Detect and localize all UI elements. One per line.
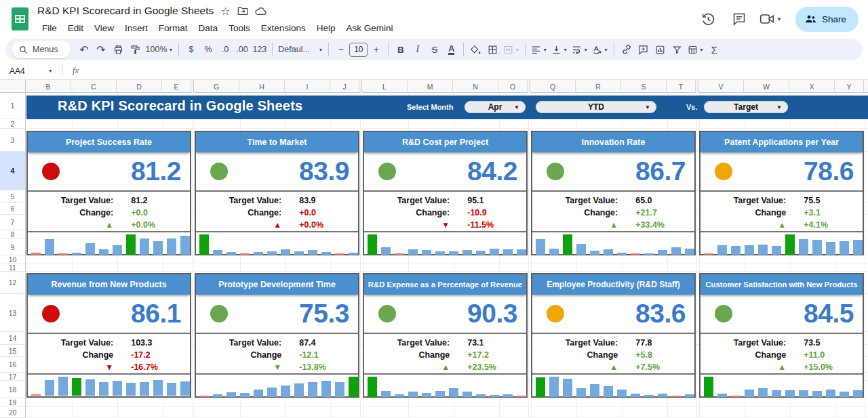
- horizontal-align-button[interactable]: ▼: [529, 41, 549, 58]
- table-views-button[interactable]: ▼: [686, 41, 706, 58]
- column-header-Q[interactable]: Q: [530, 80, 576, 93]
- document-title[interactable]: R&D KPI Scorecard in Google Sheets: [37, 5, 214, 17]
- column-header-W[interactable]: W: [744, 80, 789, 93]
- column-header-O[interactable]: O: [498, 80, 528, 93]
- row-header-20[interactable]: 20: [0, 407, 25, 418]
- increase-font-size-button[interactable]: +: [368, 41, 384, 58]
- column-header-Y[interactable]: Y: [835, 80, 864, 93]
- comments-icon[interactable]: [728, 8, 750, 30]
- row-header-19[interactable]: 19: [0, 398, 25, 407]
- menu-insert[interactable]: Insert: [120, 22, 153, 35]
- menu-ask-gemini[interactable]: Ask Gemini: [341, 22, 397, 35]
- menu-data[interactable]: Data: [194, 22, 223, 35]
- row-header-1[interactable]: 1: [0, 93, 25, 119]
- column-header-E[interactable]: E: [162, 80, 191, 93]
- menu-edit[interactable]: Edit: [63, 22, 88, 35]
- decrease-font-size-button[interactable]: −: [332, 41, 349, 58]
- meet-button[interactable]: ▼: [760, 13, 782, 25]
- menu-format[interactable]: Format: [154, 22, 193, 35]
- column-header-R[interactable]: R: [576, 80, 621, 93]
- row-header-12[interactable]: 12: [0, 272, 25, 294]
- move-folder-icon[interactable]: [237, 6, 248, 16]
- month-dropdown[interactable]: Apr▼: [465, 101, 526, 113]
- column-header-G[interactable]: G: [194, 80, 239, 93]
- format-percent-button[interactable]: %: [199, 41, 216, 58]
- column-header-C[interactable]: C: [71, 80, 117, 93]
- sheet-canvas[interactable]: R&D KPI Scorecard in Google Sheets Selec…: [26, 93, 868, 418]
- compare-dropdown[interactable]: Target▼: [704, 101, 788, 113]
- insert-link-button[interactable]: [618, 41, 635, 58]
- insert-comment-button[interactable]: [635, 41, 652, 58]
- version-history-icon[interactable]: [697, 8, 719, 30]
- row-header-18[interactable]: 18: [0, 381, 25, 398]
- print-button[interactable]: [110, 41, 127, 58]
- share-button[interactable]: Share: [795, 7, 859, 32]
- fx-icon[interactable]: fx: [67, 66, 79, 76]
- column-header-S[interactable]: S: [621, 80, 667, 93]
- menu-tools[interactable]: Tools: [224, 22, 255, 35]
- column-header-V[interactable]: V: [698, 80, 744, 93]
- font-select[interactable]: Defaul...▼: [276, 41, 325, 58]
- borders-button[interactable]: [484, 41, 501, 58]
- row-header-6[interactable]: 6: [0, 203, 25, 215]
- menu-extensions[interactable]: Extensions: [256, 22, 311, 35]
- increase-decimals-button[interactable]: .00: [233, 41, 250, 58]
- menu-help[interactable]: Help: [312, 22, 340, 35]
- row-header-4[interactable]: 4: [0, 152, 25, 190]
- row-header-15[interactable]: 15: [0, 345, 25, 357]
- insert-chart-button[interactable]: [652, 41, 669, 58]
- row-header-17[interactable]: 17: [0, 373, 25, 381]
- row-header-9[interactable]: 9: [0, 239, 25, 255]
- cloud-status-icon[interactable]: [255, 7, 267, 16]
- italic-button[interactable]: I: [409, 41, 426, 58]
- row-header-3[interactable]: 3: [0, 129, 25, 152]
- create-filter-button[interactable]: [669, 41, 686, 58]
- vertical-align-button[interactable]: ▼: [549, 41, 570, 58]
- row-header-5[interactable]: 5: [0, 190, 25, 203]
- column-header-M[interactable]: M: [408, 80, 453, 93]
- strikethrough-button[interactable]: S: [426, 41, 443, 58]
- row-header-8[interactable]: 8: [0, 230, 25, 239]
- zoom-select[interactable]: 100%▼: [144, 41, 176, 58]
- more-formats-button[interactable]: 123: [250, 41, 269, 58]
- menus-search-pill[interactable]: Menus: [12, 41, 71, 58]
- row-header-11[interactable]: 11: [0, 264, 25, 272]
- column-header-B[interactable]: B: [26, 80, 71, 93]
- column-header-T[interactable]: T: [667, 80, 696, 93]
- row-header-2[interactable]: 2: [0, 119, 25, 129]
- column-header-I[interactable]: I: [285, 80, 330, 93]
- name-box[interactable]: AA4 ▼: [0, 66, 58, 76]
- row-header-16[interactable]: 16: [0, 357, 25, 373]
- merge-cells-button[interactable]: ▼: [501, 41, 521, 58]
- sheets-logo[interactable]: [11, 7, 29, 31]
- period-dropdown[interactable]: YTD▼: [536, 101, 656, 113]
- font-size-input[interactable]: 10: [349, 43, 368, 57]
- menu-file[interactable]: File: [37, 22, 62, 35]
- column-header-L[interactable]: L: [362, 80, 408, 93]
- undo-button[interactable]: ↶: [76, 41, 93, 58]
- decrease-decimals-button[interactable]: .0: [216, 41, 233, 58]
- paint-format-button[interactable]: [127, 41, 144, 58]
- text-color-button[interactable]: A: [443, 41, 460, 58]
- column-header-N[interactable]: N: [453, 80, 498, 93]
- text-rotation-button[interactable]: ▼: [590, 41, 610, 58]
- row-header-13[interactable]: 13: [0, 294, 25, 332]
- functions-button[interactable]: Σ: [706, 41, 723, 58]
- column-header-X[interactable]: X: [789, 80, 835, 93]
- row-header-7[interactable]: 7: [0, 215, 25, 230]
- format-currency-button[interactable]: $: [182, 41, 199, 58]
- name-box-caret-icon[interactable]: ▼: [48, 68, 53, 73]
- select-all-corner[interactable]: [0, 80, 26, 93]
- column-header-D[interactable]: D: [117, 80, 162, 93]
- bold-button[interactable]: B: [392, 41, 409, 58]
- spreadsheet-grid: BCDEGHIJLMNOQRSTVWXY 1234567891011121314…: [0, 80, 868, 418]
- redo-button[interactable]: ↷: [93, 41, 110, 58]
- text-wrap-button[interactable]: ▼: [570, 41, 590, 58]
- column-header-H[interactable]: H: [239, 80, 285, 93]
- meet-caret-icon[interactable]: ▼: [776, 16, 782, 22]
- fill-color-button[interactable]: [467, 41, 484, 58]
- menu-view[interactable]: View: [90, 22, 119, 35]
- star-icon[interactable]: ☆: [220, 5, 230, 18]
- row-header-14[interactable]: 14: [0, 332, 25, 345]
- column-header-J[interactable]: J: [330, 80, 359, 93]
